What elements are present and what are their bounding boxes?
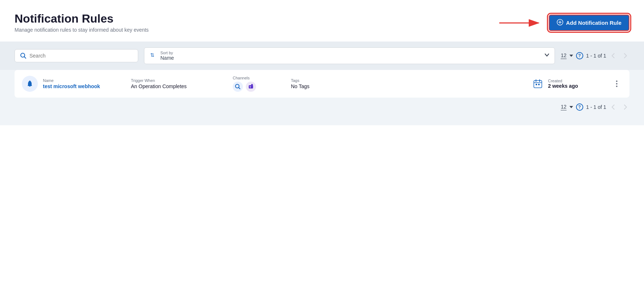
chevron-down-icon bbox=[544, 52, 549, 59]
created-label: Created bbox=[548, 79, 578, 83]
page-title: Notification Rules bbox=[15, 12, 149, 25]
svg-rect-8 bbox=[28, 86, 32, 86]
per-page-bottom: 12 bbox=[561, 104, 567, 110]
page-info-bottom: 1 - 1 of 1 bbox=[586, 104, 606, 110]
svg-rect-14 bbox=[534, 80, 542, 88]
svg-text:⇅: ⇅ bbox=[150, 52, 155, 58]
content-section: Name test microsoft webhook Trigger When… bbox=[0, 70, 644, 125]
calendar-icon bbox=[531, 77, 544, 90]
col-created: Created 2 weeks ago bbox=[531, 77, 604, 90]
svg-point-13 bbox=[251, 84, 253, 86]
channels-label: Channels bbox=[233, 76, 284, 80]
arrow-icon bbox=[499, 17, 543, 28]
table-container: Name test microsoft webhook Trigger When… bbox=[15, 70, 629, 98]
sort-label-value: Name bbox=[160, 55, 541, 61]
col-trigger: Trigger When An Operation Completes bbox=[131, 78, 225, 89]
search-input[interactable] bbox=[29, 53, 133, 59]
sort-label-wrap: Sort by Name bbox=[160, 51, 541, 61]
page-subtitle: Manage notification rules to stay inform… bbox=[15, 27, 149, 33]
svg-rect-18 bbox=[536, 84, 537, 85]
header-right: Add Notification Rule bbox=[499, 12, 630, 31]
col-actions bbox=[611, 79, 622, 89]
trigger-label: Trigger When bbox=[131, 78, 225, 83]
col-name: Name test microsoft webhook bbox=[22, 76, 124, 92]
tags-value: No Tags bbox=[291, 83, 524, 89]
prev-page-button-top[interactable] bbox=[609, 52, 618, 59]
plus-circle-icon bbox=[557, 19, 563, 27]
header-section: Notification Rules Manage notification r… bbox=[0, 0, 644, 42]
channels-icons: T bbox=[233, 82, 284, 92]
channel-search-icon bbox=[233, 82, 243, 92]
search-box[interactable] bbox=[15, 49, 138, 62]
page-info-top: 1 - 1 of 1 bbox=[586, 53, 606, 59]
svg-line-6 bbox=[24, 57, 26, 59]
created-value: 2 weeks ago bbox=[548, 83, 578, 89]
header-left: Notification Rules Manage notification r… bbox=[15, 12, 149, 33]
sort-icon: ⇅ bbox=[149, 51, 157, 60]
table-row: Name test microsoft webhook Trigger When… bbox=[15, 70, 629, 98]
bottom-pagination: 12 ? 1 - 1 of 1 bbox=[15, 98, 629, 111]
next-page-button-bottom[interactable] bbox=[621, 103, 629, 111]
name-info: Name test microsoft webhook bbox=[43, 78, 100, 89]
help-icon[interactable]: ? bbox=[576, 52, 583, 59]
top-pagination: 12 ? 1 - 1 of 1 bbox=[561, 52, 629, 59]
add-notification-rule-button[interactable]: Add Notification Rule bbox=[549, 15, 630, 31]
per-page-top: 12 bbox=[561, 52, 567, 59]
sort-label-top: Sort by bbox=[160, 51, 541, 55]
col-channels: Channels T bbox=[233, 76, 284, 92]
channel-teams-icon: T bbox=[246, 82, 256, 92]
per-page-bottom-dropdown-arrow[interactable] bbox=[569, 106, 573, 108]
dot2 bbox=[616, 83, 617, 84]
next-page-button-top[interactable] bbox=[621, 52, 629, 59]
dot1 bbox=[616, 80, 617, 82]
name-value[interactable]: test microsoft webhook bbox=[43, 83, 100, 89]
col-tags: Tags No Tags bbox=[291, 78, 524, 89]
toolbar-section: ⇅ Sort by Name 12 ? 1 - 1 of 1 bbox=[0, 42, 644, 70]
svg-text:T: T bbox=[249, 86, 251, 89]
tags-label: Tags bbox=[291, 78, 524, 83]
name-label: Name bbox=[43, 78, 100, 83]
row-actions-button[interactable] bbox=[615, 79, 619, 89]
svg-rect-19 bbox=[538, 84, 540, 85]
trigger-value: An Operation Completes bbox=[131, 83, 225, 89]
help-icon-bottom[interactable]: ? bbox=[576, 103, 583, 111]
prev-page-button-bottom[interactable] bbox=[609, 103, 618, 111]
sort-dropdown[interactable]: ⇅ Sort by Name bbox=[144, 47, 555, 64]
svg-line-10 bbox=[239, 87, 240, 89]
search-icon bbox=[20, 52, 27, 59]
arrow-indicator bbox=[499, 17, 543, 28]
created-info: Created 2 weeks ago bbox=[548, 79, 578, 89]
bell-icon bbox=[22, 76, 38, 92]
per-page-dropdown-arrow[interactable] bbox=[569, 55, 573, 57]
dot3 bbox=[616, 86, 617, 87]
add-rule-label: Add Notification Rule bbox=[566, 20, 622, 26]
